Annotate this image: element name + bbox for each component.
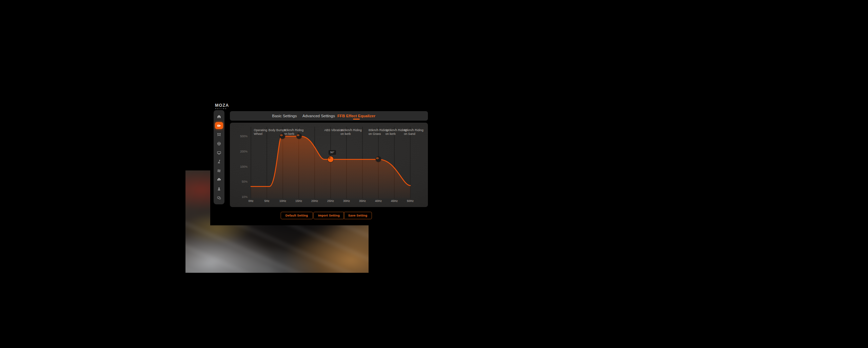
tab-ffb-effect-equalizer-label: FFB Effect Equalizer [337,114,375,118]
eq-plot: 500%200%100%50%10%0Hz5Hz10Hz15Hz20Hz25Hz… [230,123,428,207]
default-setting-button[interactable]: Default Setting [281,212,313,219]
y-tick-label: 500% [235,135,248,138]
save-setting-button[interactable]: Save Setting [343,212,372,219]
home-icon [217,115,221,119]
sidebar-item-pedals[interactable] [215,131,223,138]
tab-basic-settings-label: Basic Settings [272,114,297,118]
shifter-icon [217,160,221,164]
pedals-icon [217,132,221,137]
steering-wheel-icon [217,142,221,146]
band-label: 60km/h Ridingon Sand [404,128,423,136]
x-tick-label: 25Hz [327,199,334,203]
band-label: 160km/h Ridingon kerb [340,128,362,136]
y-tick-label: 10% [235,195,248,199]
tab-advanced-settings-label: Advanced Settings [302,114,335,118]
wheelbase-icon [217,124,221,128]
tab-basic-settings[interactable]: Basic Settings [272,111,297,121]
band-label: OperatingWheel [254,128,267,136]
devices-icon [217,196,221,200]
band-label: Body Bumps [269,128,286,132]
brand-name: MOZA [215,103,229,108]
equalizer-panel: 500%200%100%50%10%0Hz5Hz10Hz15Hz20Hz25Hz… [230,123,428,207]
brand-sub: RACING [215,108,229,109]
sidebar-item-profile[interactable] [215,185,223,192]
sidebar-item-cloud-sync[interactable] [215,176,223,183]
x-tick-label: 15Hz [295,199,302,203]
x-tick-label: 45Hz [391,199,398,203]
x-tick-label: 40Hz [375,199,382,203]
sidebar-item-devices[interactable] [215,194,223,201]
x-tick-label: 35Hz [359,199,366,203]
x-tick-label: 10Hz [279,199,286,203]
band-label: 240km/h Ridingon kerb [386,128,407,136]
display-icon [217,151,221,155]
eq-handle[interactable] [296,134,301,139]
user-icon [217,187,221,191]
cloud-upload-icon [217,178,221,182]
sidebar-item-display[interactable] [215,149,223,156]
sidebar-item-wheelbase[interactable] [215,122,223,129]
tab-advanced-settings[interactable]: Advanced Settings [302,111,335,121]
sidebar-item-shifter[interactable] [215,158,223,165]
x-tick-label: 30Hz [343,199,350,203]
y-tick-label: 100% [235,165,248,168]
eq-handle[interactable] [376,157,381,162]
sidebar [214,110,224,204]
desktop: MOZA RACING [0,0,868,348]
x-tick-label: 0Hz [248,199,253,203]
x-tick-label: 5Hz [264,199,269,203]
active-tab-underline [353,119,360,120]
moza-app-window: MOZA RACING [210,103,428,225]
tab-bar: Basic Settings Advanced Settings FFB Eff… [230,111,428,121]
library-icon [217,169,221,173]
y-tick-label: 200% [235,150,248,153]
sidebar-item-steering-wheel[interactable] [215,140,223,147]
y-tick-label: 50% [235,180,248,183]
x-tick-label: 50Hz [407,199,414,203]
value-tooltip: 50° [329,150,336,155]
eq-handle-active[interactable] [328,157,334,162]
sidebar-item-library[interactable] [215,167,223,174]
import-setting-button[interactable]: Import Setting [313,212,344,219]
moza-logo: MOZA RACING [215,103,229,109]
x-tick-label: 20Hz [311,199,318,203]
sidebar-item-home[interactable] [215,113,223,120]
eq-handle[interactable] [280,134,285,139]
tab-ffb-effect-equalizer[interactable]: FFB Effect Equalizer [337,111,375,121]
